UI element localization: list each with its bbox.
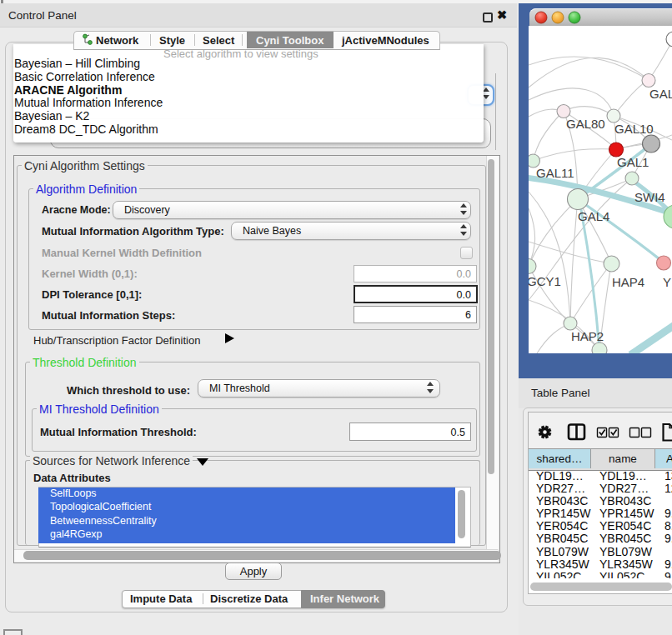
svg-text:GAL4: GAL4: [578, 209, 609, 223]
svg-text:GCY1: GCY1: [529, 274, 561, 288]
svg-text:GAL11: GAL11: [536, 166, 574, 180]
svg-text:GAL7: GAL7: [649, 87, 672, 101]
svg-text:SWI4: SWI4: [634, 190, 665, 204]
svg-text:Y: Y: [663, 275, 671, 289]
svg-text:HAP4: HAP4: [612, 275, 644, 289]
svg-text:GAL1: GAL1: [617, 155, 649, 169]
svg-text:HAP2: HAP2: [571, 329, 604, 343]
svg-text:GAL10: GAL10: [614, 122, 654, 136]
svg-text:GAL80: GAL80: [566, 117, 605, 131]
